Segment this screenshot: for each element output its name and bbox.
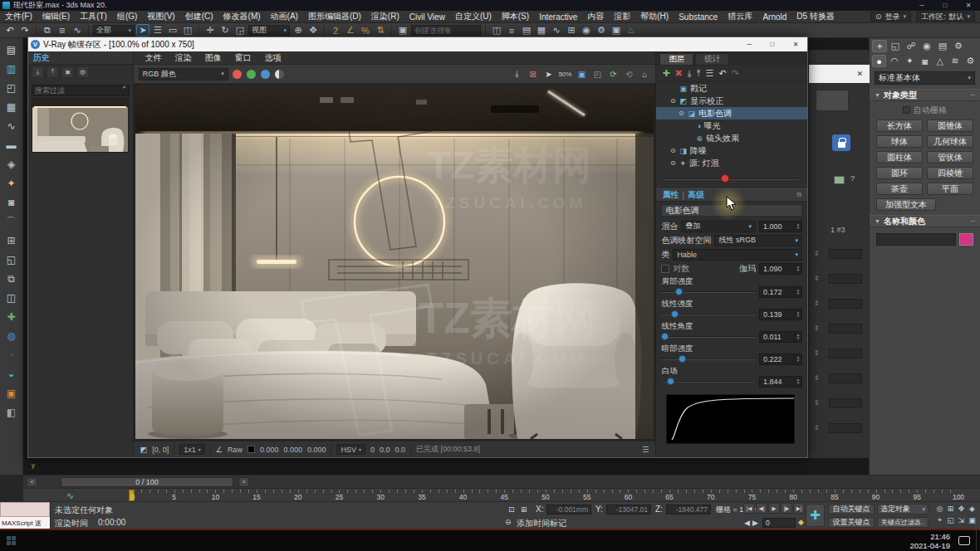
toolbox-icon[interactable]: ◰ [2,79,21,97]
systems-subtab[interactable]: ⚙ [963,55,978,67]
mirror-icon[interactable]: ◫ [490,24,503,37]
green-channel-toggle[interactable] [247,70,256,79]
menu-item-10[interactable]: Civil View [404,12,450,22]
show-border-icon[interactable]: ▣ [576,68,587,80]
vfb-menu-1[interactable]: 渲染 [169,52,198,64]
frame-back-icon[interactable]: ◀ [744,519,750,527]
undo-icon[interactable]: ↶ [3,24,17,37]
duplicate-to-host-icon[interactable]: ⌂ [639,68,650,80]
menu-item-2[interactable]: 工具(T) [75,11,112,22]
container-icon[interactable]: ◱ [2,251,21,269]
previous-region-icon[interactable]: ⟲ [623,68,635,80]
create-tab[interactable]: ＋ [872,40,887,52]
layer-explorer-icon[interactable]: ▥ [2,60,21,78]
layer-row[interactable]: ⊙◨降噪 [656,144,807,157]
parameter-spinner[interactable]: 0.222▲▼ [759,354,802,365]
name-color-rollout[interactable]: ▼ 名称和颜色 ─ [870,215,980,227]
dope-sheet-icon[interactable]: ▬ [2,136,21,154]
layer-list-icon[interactable]: ☰ [706,68,714,79]
parameter-spinner[interactable]: 0.011▲▼ [759,331,802,343]
mirror-tool-icon[interactable]: ◫ [2,289,21,307]
close-button[interactable]: ✕ [957,0,980,11]
primitive-category-dropdown[interactable]: 标准基本体 ▾ [875,71,975,85]
window-crossing-icon[interactable]: ◫ [181,24,194,37]
display-tab[interactable]: ▤ [935,40,950,52]
lights-subtab[interactable]: ✦ [903,55,917,67]
parameter-slider[interactable] [661,287,755,297]
notification-icon[interactable] [958,536,970,545]
clear-image-icon[interactable]: ⊠ [527,68,538,80]
autogrid-checkbox[interactable] [903,106,910,114]
menu-item-12[interactable]: 脚本(S) [497,11,534,22]
save-image-icon[interactable]: ⤓ [511,68,522,80]
color-picker-icon[interactable]: ◩ [140,446,148,454]
menu-item-8[interactable]: 图形编辑器(D) [303,11,366,22]
pixel-size-dropdown[interactable]: 1x1▾ [179,444,205,455]
minimize-button[interactable]: ─ [910,0,933,11]
render-setup-icon[interactable]: ⚙ [595,24,608,37]
orbit-icon[interactable]: ◈ [968,503,977,514]
login-button[interactable]: ⊙ 登录 ▾ [870,12,911,22]
render-production-icon[interactable]: ♨ [625,24,638,37]
layer-manager-icon[interactable]: ▤ [520,24,533,37]
helpers-subtab[interactable]: △ [933,55,947,67]
primitive-button-圆锥体[interactable]: 圆锥体 [927,119,973,132]
select-object-icon[interactable]: ➤ [136,24,149,37]
slider-handle[interactable] [661,333,669,340]
zoom-icon[interactable]: ◎ [935,503,944,514]
advanced-tab[interactable]: 高级 [688,189,704,201]
layer-row[interactable]: ◑曝光 [656,119,807,132]
expand-icon[interactable]: ⧉ [796,191,801,199]
ribbon-icon[interactable]: ▦ [2,98,21,116]
timeline-ruler[interactable]: 0510152025303540455055606570758085909510… [133,489,958,502]
select-by-name-icon[interactable]: ☰ [151,24,164,37]
show-desktop-button[interactable] [976,530,980,551]
load-layers-icon[interactable]: ⤒ [697,68,701,79]
menu-item-18[interactable]: 猎云库 [723,11,757,22]
move-icon[interactable]: ✛ [203,24,217,37]
tab-统计[interactable]: 统计 [695,53,729,66]
vfb-close-button[interactable]: ✕ [784,37,807,51]
layers-undo-icon[interactable]: ↶ [718,68,726,79]
slider-handle[interactable] [679,355,686,363]
spinner-snap-icon[interactable]: ⇅ [374,24,387,37]
menu-item-1[interactable]: 编辑(E) [37,11,75,22]
select-region-icon[interactable]: ▭ [166,24,179,37]
layer-row[interactable]: ⊙◪电影色调 [656,107,807,119]
primitive-button-圆柱体[interactable]: 圆柱体 [876,151,923,163]
parameter-spinner[interactable]: 0.172▲▼ [759,286,802,298]
lock-button[interactable] [832,134,850,151]
zoom-50-icon[interactable]: 50% [558,68,571,80]
redo-icon[interactable]: ↷ [18,24,32,37]
primitive-button-长方体[interactable]: 长方体 [876,119,923,132]
menu-item-0[interactable]: 文件(F) [0,11,37,22]
menu-item-7[interactable]: 动画(A) [266,11,303,22]
maximize-button[interactable]: □ [933,0,957,11]
menu-item-16[interactable]: 帮助(H) [635,11,674,22]
tab-图层[interactable]: 图层 [659,53,693,66]
hsv-dropdown[interactable]: HSV▾ [336,444,365,455]
workspace-dropdown[interactable]: 工作区: 默认 ▾ [916,12,975,22]
y-coordinate-field[interactable]: -13047.01 [606,505,651,514]
primitive-button-球体[interactable]: 球体 [876,135,923,148]
primitive-button-几何球体[interactable]: 几何球体 [927,135,973,148]
object-color-swatch[interactable] [959,233,973,246]
menu-item-19[interactable]: Arnold [757,12,791,22]
history-search-input[interactable] [32,85,130,96]
light-lister-icon[interactable]: ✦ [2,174,21,193]
menu-item-9[interactable]: 渲染(R) [366,11,404,22]
vfb-minimize-button[interactable]: ─ [737,37,761,51]
maxscript-pink-pane[interactable] [0,502,50,517]
opacity-slider-handle[interactable] [721,174,729,183]
visibility-eye-icon[interactable]: ⊙ [674,110,688,117]
blend-mode-dropdown[interactable]: 叠加▾ [681,221,756,232]
close-icon[interactable]: ✕ [856,70,863,78]
use-pivot-icon[interactable]: ⊕ [292,24,305,37]
layer-row[interactable]: ⊙◩显示校正 [656,95,807,107]
primitive-button-圆环[interactable]: 圆环 [876,167,923,179]
go-to-start-button[interactable]: |◀ [743,503,755,514]
help-icon[interactable]: ? [850,174,855,183]
hierarchy-tab[interactable]: ☍ [904,40,919,52]
material-editor-icon[interactable]: ◉ [580,24,593,37]
navy-tool-icon[interactable]: ◔ [2,346,21,364]
